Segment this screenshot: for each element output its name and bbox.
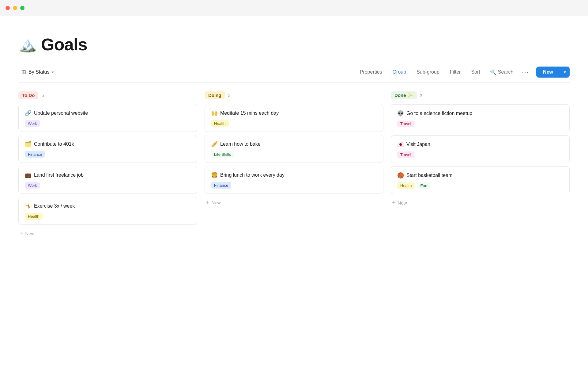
traffic-light-green[interactable] xyxy=(20,6,24,10)
card-todo-3[interactable]: 🤸Exercise 3x / weekHealth xyxy=(18,197,197,225)
card-emoji-todo-2: 💼 xyxy=(25,172,32,178)
card-title-todo-1: 🗂️Contribute to 401k xyxy=(25,141,191,148)
view-label: By Status xyxy=(28,69,49,75)
add-new-plus-todo: + xyxy=(20,230,23,237)
toolbar-left: ⊞ By Status ▾ xyxy=(18,67,57,77)
add-new-todo[interactable]: +New xyxy=(18,228,197,239)
card-title-done-0: 👽Go to a science fiction meetup xyxy=(397,110,563,117)
card-emoji-done-0: 👽 xyxy=(397,110,404,117)
card-emoji-todo-1: 🗂️ xyxy=(25,141,32,148)
page-emoji: 🏔️ xyxy=(18,36,37,53)
add-new-doing[interactable]: +New xyxy=(205,197,383,208)
add-new-plus-done: + xyxy=(392,200,395,206)
card-emoji-doing-1: 🥖 xyxy=(211,141,218,148)
new-button-group: New ▾ xyxy=(536,67,570,78)
toolbar: ⊞ By Status ▾ Properties Group Sub-group… xyxy=(18,67,570,83)
card-title-text-done-1: Visit Japan xyxy=(406,142,430,147)
page-content: 🏔️ Goals ⊞ By Status ▾ Properties Group … xyxy=(0,16,588,251)
column-label-todo: To Do xyxy=(18,91,38,99)
new-button[interactable]: New xyxy=(536,67,560,78)
card-title-todo-3: 🤸Exercise 3x / week xyxy=(25,203,191,209)
card-tag-doing-0-0: Health xyxy=(211,120,229,127)
card-done-2[interactable]: 🏀Start basketball teamHealthFun xyxy=(391,166,570,194)
new-button-dropdown[interactable]: ▾ xyxy=(560,67,570,78)
card-title-text-todo-0: Update personal website xyxy=(34,110,88,116)
search-button[interactable]: 🔍 Search xyxy=(486,67,517,77)
card-tags-doing-1: Life Skills xyxy=(211,151,377,158)
card-title-text-todo-3: Exercise 3x / week xyxy=(34,203,75,209)
card-todo-2[interactable]: 💼Land first freelance jobWork xyxy=(18,166,197,194)
group-button[interactable]: Group xyxy=(388,67,410,77)
card-tag-done-2-1: Fun xyxy=(417,182,430,189)
column-label-doing: Doing xyxy=(205,91,225,99)
card-title-text-done-0: Go to a science fiction meetup xyxy=(406,111,472,116)
card-done-0[interactable]: 👽Go to a science fiction meetupTravel xyxy=(391,104,570,132)
card-tags-todo-2: Work xyxy=(25,182,191,189)
properties-button[interactable]: Properties xyxy=(356,67,386,77)
card-title-text-done-2: Start basketball team xyxy=(406,173,452,178)
traffic-light-red[interactable] xyxy=(6,6,10,10)
card-title-text-doing-2: Bring lunch to work every day xyxy=(220,172,285,178)
search-icon: 🔍 xyxy=(490,69,496,75)
card-emoji-todo-0: 🔗 xyxy=(25,110,32,117)
card-tags-doing-0: Health xyxy=(211,120,377,127)
card-tag-done-2-0: Health xyxy=(397,182,415,189)
traffic-light-yellow[interactable] xyxy=(13,6,17,10)
add-new-plus-doing: + xyxy=(206,199,209,206)
column-header-done: Done ✨3 xyxy=(391,91,570,99)
toolbar-right: Properties Group Sub-group Filter Sort 🔍… xyxy=(356,67,570,78)
card-tags-todo-3: Health xyxy=(25,213,191,220)
card-emoji-todo-3: 🤸 xyxy=(25,203,32,209)
column-count-doing: 3 xyxy=(228,93,231,98)
card-title-todo-2: 💼Land first freelance job xyxy=(25,172,191,178)
card-doing-2[interactable]: 🍔Bring lunch to work every dayFinance xyxy=(205,166,383,194)
search-label: Search xyxy=(498,69,514,75)
card-tag-todo-1-0: Finance xyxy=(25,151,45,158)
card-title-done-1: 🇯🇵Visit Japan xyxy=(397,141,563,148)
card-doing-1[interactable]: 🥖Learn how to bakeLife Skills xyxy=(205,135,383,163)
card-tags-doing-2: Finance xyxy=(211,182,377,189)
add-new-label-doing: New xyxy=(212,200,221,205)
column-doing: Doing3🙌Meditate 15 mins each dayHealth🥖L… xyxy=(205,91,383,208)
card-emoji-done-1: 🇯🇵 xyxy=(397,141,404,148)
more-options-button[interactable]: ··· xyxy=(519,67,532,77)
card-title-text-doing-0: Meditate 15 mins each day xyxy=(220,110,279,116)
card-emoji-doing-0: 🙌 xyxy=(211,110,218,117)
column-count-todo: 5 xyxy=(41,93,44,98)
card-doing-0[interactable]: 🙌Meditate 15 mins each dayHealth xyxy=(205,104,383,132)
card-done-1[interactable]: 🇯🇵Visit JapanTravel xyxy=(391,135,570,163)
page-title: Goals xyxy=(41,34,87,54)
card-tags-todo-0: Work xyxy=(25,120,191,127)
card-tag-todo-0-0: Work xyxy=(25,120,40,127)
view-selector-button[interactable]: ⊞ By Status ▾ xyxy=(18,67,57,77)
add-new-done[interactable]: +New xyxy=(391,197,570,209)
filter-button[interactable]: Filter xyxy=(446,67,465,77)
card-todo-1[interactable]: 🗂️Contribute to 401kFinance xyxy=(18,135,197,163)
card-tag-done-1-0: Travel xyxy=(397,151,414,158)
grid-icon: ⊞ xyxy=(21,69,26,75)
card-title-text-doing-1: Learn how to bake xyxy=(220,141,261,147)
kanban-board: To Do5🔗Update personal websiteWork🗂️Cont… xyxy=(18,91,570,239)
subgroup-button[interactable]: Sub-group xyxy=(412,67,444,77)
card-title-done-2: 🏀Start basketball team xyxy=(397,172,563,179)
chevron-down-icon: ▾ xyxy=(52,70,54,75)
card-tags-done-0: Travel xyxy=(397,121,563,127)
card-tag-done-0-0: Travel xyxy=(397,121,414,127)
card-tag-doing-1-0: Life Skills xyxy=(211,151,234,158)
column-header-doing: Doing3 xyxy=(205,91,383,99)
column-todo: To Do5🔗Update personal websiteWork🗂️Cont… xyxy=(18,91,197,239)
card-tags-done-1: Travel xyxy=(397,151,563,158)
title-bar xyxy=(0,0,588,16)
card-tags-todo-1: Finance xyxy=(25,151,191,158)
card-title-doing-0: 🙌Meditate 15 mins each day xyxy=(211,110,377,117)
card-tag-todo-2-0: Work xyxy=(25,182,40,189)
card-title-text-todo-1: Contribute to 401k xyxy=(34,141,74,147)
card-todo-0[interactable]: 🔗Update personal websiteWork xyxy=(18,104,197,132)
add-new-label-done: New xyxy=(398,200,407,205)
sort-button[interactable]: Sort xyxy=(467,67,484,77)
card-tag-todo-3-0: Health xyxy=(25,213,43,220)
card-emoji-doing-2: 🍔 xyxy=(211,172,218,178)
card-title-todo-0: 🔗Update personal website xyxy=(25,110,191,117)
column-label-done: Done ✨ xyxy=(391,91,417,99)
card-title-doing-1: 🥖Learn how to bake xyxy=(211,141,377,148)
